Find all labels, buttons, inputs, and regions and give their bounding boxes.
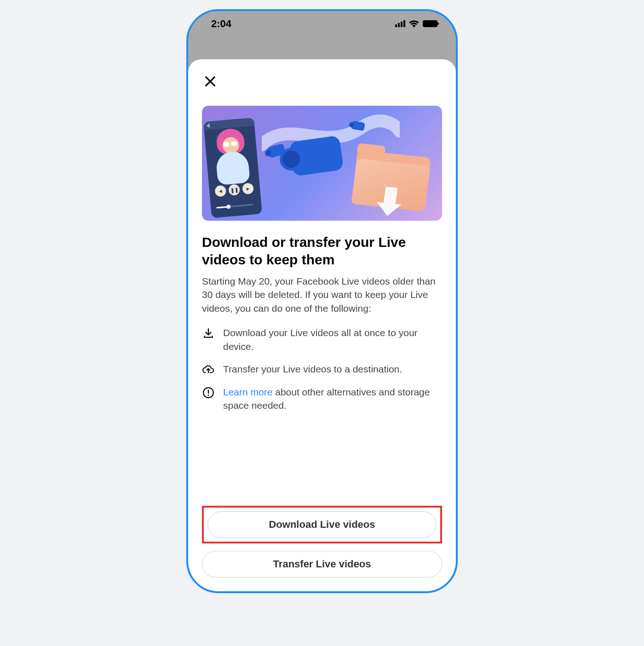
- cloud-upload-icon: [202, 363, 215, 376]
- action-buttons: Download Live videos Transfer Live video…: [202, 497, 442, 577]
- option-download: Download your Live videos all at once to…: [202, 326, 442, 353]
- hero-illustration: ◄❚❚►: [202, 106, 442, 221]
- learn-more-link[interactable]: Learn more: [223, 387, 272, 397]
- highlight-annotation: Download Live videos: [202, 506, 442, 543]
- close-button[interactable]: [202, 73, 218, 90]
- close-icon: [204, 75, 217, 88]
- svg-point-2: [207, 394, 209, 396]
- battery-icon: [423, 20, 437, 27]
- wifi-icon: [409, 20, 419, 28]
- cellular-signal-icon: [395, 20, 405, 27]
- transfer-live-videos-button[interactable]: Transfer Live videos: [202, 551, 442, 577]
- option-download-text: Download your Live videos all at once to…: [223, 326, 442, 353]
- camera-icon: [289, 134, 354, 185]
- modal-title: Download or transfer your Live videos to…: [202, 234, 442, 268]
- status-time: 2:04: [211, 18, 231, 30]
- phone-frame: 2:04: [186, 9, 458, 593]
- download-icon: [202, 327, 215, 340]
- option-learn-text: Learn more about other alternatives and …: [223, 385, 442, 412]
- option-learn: Learn more about other alternatives and …: [202, 385, 442, 412]
- folder-icon: [351, 141, 438, 215]
- modal-sheet: ◄❚❚► Do: [188, 59, 456, 591]
- download-live-videos-button[interactable]: Download Live videos: [207, 511, 437, 538]
- option-transfer-text: Transfer your Live videos to a destinati…: [223, 362, 402, 376]
- info-icon: [202, 386, 215, 399]
- option-transfer: Transfer your Live videos to a destinati…: [202, 362, 442, 376]
- status-bar: 2:04: [188, 11, 456, 36]
- status-icons: [395, 20, 437, 28]
- camera-icon: [351, 120, 367, 134]
- modal-body-text: Starting May 20, your Facebook Live vide…: [202, 274, 442, 315]
